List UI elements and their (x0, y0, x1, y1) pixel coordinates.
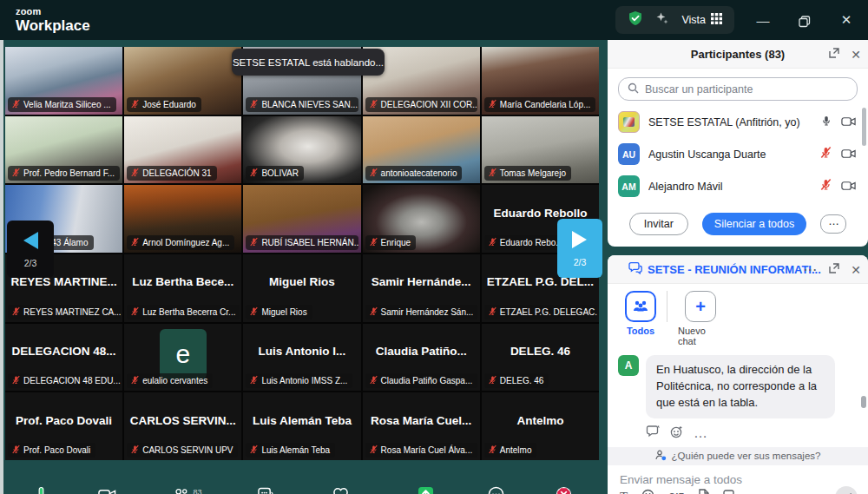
chevron-up-icon[interactable] (452, 491, 460, 494)
meeting-toolbar: AudioVídeo83ParticipantesChatReaccionarC… (3, 485, 608, 494)
video-tile[interactable]: Prof. Paco DovaliProf. Paco Dovali (5, 392, 122, 460)
chat-bubbles-icon (628, 262, 642, 277)
message-actions: … (608, 418, 868, 447)
panel-divider (608, 247, 868, 251)
message-more-icon[interactable]: … (694, 425, 708, 441)
toolbar-share-button[interactable]: Compartir (397, 488, 454, 494)
tile-display-name: Antelmo (482, 392, 599, 448)
video-tile[interactable]: Tomas Melgarejo (482, 116, 599, 184)
chevron-up-icon[interactable] (126, 491, 134, 494)
tile-name-label: Velia Maritza Siliceo ... (8, 97, 116, 112)
tab-new-chat[interactable]: + Nuevo chat (678, 291, 723, 346)
privacy-text: ¿Quién puede ver sus mensajes? (672, 451, 821, 461)
video-tile[interactable]: Rosa María Cuel...Rosa María Cuel Álva..… (363, 392, 480, 460)
video-tile[interactable]: AntelmoAntelmo (482, 392, 599, 460)
attach-file-icon[interactable] (698, 489, 709, 494)
security-shield-icon[interactable] (628, 10, 643, 30)
toolbar-audio-button[interactable]: Audio (21, 488, 62, 494)
video-tile[interactable]: José Eduardo (124, 47, 241, 115)
participant-row[interactable]: AMAlejandro Mávil (608, 170, 868, 202)
chevron-up-icon[interactable] (220, 491, 228, 494)
video-tile[interactable]: Velia Maritza Siliceo ... (5, 47, 122, 115)
chevron-up-icon[interactable] (282, 491, 290, 494)
participants-more-button[interactable]: ⋯ (820, 214, 846, 234)
video-tile[interactable]: DELEGACION 48...DELEGACION 48 EDU... (5, 324, 122, 392)
video-tile[interactable]: Claudia Patiño...Claudia Patiño Gaspa... (363, 324, 480, 392)
video-tile[interactable]: Arnol Domínguez Ag... (124, 185, 241, 253)
screenshot-icon[interactable] (723, 489, 737, 494)
video-tile[interactable]: Luis Antonio I...Luis Antonio IMSS Z... (243, 324, 360, 392)
video-tile[interactable]: RUBÍ ISABEL HERNÁN... (243, 185, 360, 253)
brand-workplace: Workplace (16, 18, 90, 33)
video-tile[interactable]: CARLOS SERVIN...CARLOS SERVIN UPV (124, 392, 241, 460)
participant-search-input[interactable]: Buscar un participante (618, 77, 858, 101)
muted-mic-icon (819, 178, 832, 194)
muted-mic-icon (130, 445, 140, 456)
video-tile[interactable]: Luis Alemán TebaLuis Alemán Teba (243, 392, 360, 460)
emoji-icon[interactable] (641, 489, 654, 494)
tile-display-name: DELEGACION 48... (5, 324, 122, 379)
mute-all-button[interactable]: Silenciar a todos (702, 213, 806, 235)
participant-row[interactable]: SETSE ESTATAL (Anfitrión, yo) (608, 106, 868, 138)
send-message-button[interactable] (835, 486, 858, 494)
chat-more-icon[interactable]: ⋯ (803, 261, 818, 278)
tile-display-name: Luis Antonio I... (243, 324, 360, 379)
restore-button[interactable] (792, 12, 818, 27)
video-tile[interactable]: DELEG. 46DELEG. 46 (482, 324, 599, 392)
privacy-note[interactable]: ¿Quién puede ver sus mensajes? (608, 447, 868, 465)
participant-avatar (618, 111, 640, 133)
tile-name-label: Enrique (365, 235, 416, 250)
ai-companion-icon[interactable] (655, 11, 669, 29)
video-tile[interactable]: María Candelaria Lóp... (482, 47, 599, 115)
video-tile[interactable]: Prof. Pedro Bernard F... (5, 116, 122, 184)
invite-button[interactable]: Invitar (629, 213, 688, 235)
next-page-button[interactable]: 2/3 (557, 219, 602, 278)
format-text-icon[interactable]: T (620, 490, 628, 494)
chevron-up-icon[interactable] (60, 491, 68, 494)
reply-icon[interactable] (646, 425, 660, 441)
toolbar-participants-button[interactable]: 83Participantes (153, 488, 223, 494)
minimize-button[interactable]: — (750, 13, 776, 28)
toolbar-react-button[interactable]: Reaccionar (308, 488, 372, 494)
screenshot-chevron-icon[interactable] (751, 490, 759, 494)
video-tile[interactable]: Enrique (363, 185, 480, 253)
search-placeholder: Buscar un participante (645, 83, 753, 96)
add-reaction-icon[interactable] (670, 425, 683, 442)
mic-icon (35, 486, 48, 494)
video-tile[interactable]: DELEGACIÓN 31 (124, 116, 241, 184)
participants-scrollbar[interactable] (862, 108, 866, 146)
video-tile[interactable]: Samir Hernánde...Samir Hernández Sán... (363, 254, 480, 322)
tile-name-label: DELEG. 46 (484, 373, 549, 388)
tile-name-label: Rosa María Cuel Álva... (365, 443, 478, 458)
chat-scrollbar[interactable] (861, 396, 866, 408)
muted-mic-icon (11, 306, 21, 318)
muted-mic-icon (488, 168, 497, 179)
muted-mic-icon (488, 375, 497, 386)
muted-mic-icon (249, 445, 259, 456)
view-button[interactable]: Vista (681, 13, 722, 27)
close-participants-icon[interactable]: ✕ (851, 48, 861, 62)
previous-page-button[interactable]: 2/3 (7, 221, 54, 278)
everyone-icon (625, 291, 656, 322)
participant-row[interactable]: AUAgustin Uscanga Duarte (608, 138, 868, 170)
video-tile[interactable]: eeulalio cervantes (124, 324, 241, 392)
close-window-button[interactable]: ✕ (833, 12, 859, 28)
video-tile[interactable]: BOLIVAR (243, 116, 360, 184)
tile-name-label: Arnol Domínguez Ag... (127, 235, 234, 250)
toolbar-video-button[interactable]: Vídeo (87, 488, 128, 494)
video-tile[interactable]: Miguel RiosMiguel Rios (243, 254, 360, 322)
close-chat-icon[interactable]: ✕ (851, 263, 861, 277)
chat-message-input[interactable]: Enviar mensaje a todos (608, 465, 868, 486)
popout-icon[interactable] (828, 47, 840, 63)
side-panel: Participantes (83) ✕ Buscar un participa… (608, 40, 868, 494)
tab-todos[interactable]: Todos (618, 291, 663, 336)
chevron-up-icon[interactable] (371, 491, 378, 494)
toolbar-chat-button[interactable]: Chat (247, 488, 284, 494)
toolbar-more-button[interactable]: Más (479, 488, 514, 494)
tile-name-label: Miguel Rios (246, 305, 312, 319)
toolbar-end-button[interactable]: Finalizar (538, 488, 590, 494)
tile-display-name: CARLOS SERVIN... (124, 392, 241, 448)
chat-popout-icon[interactable] (828, 262, 840, 278)
video-tile[interactable]: antonioatecatenorio (363, 116, 480, 184)
video-tile[interactable]: Luz Bertha Bece...Luz Bertha Becerra Cr.… (124, 254, 241, 322)
